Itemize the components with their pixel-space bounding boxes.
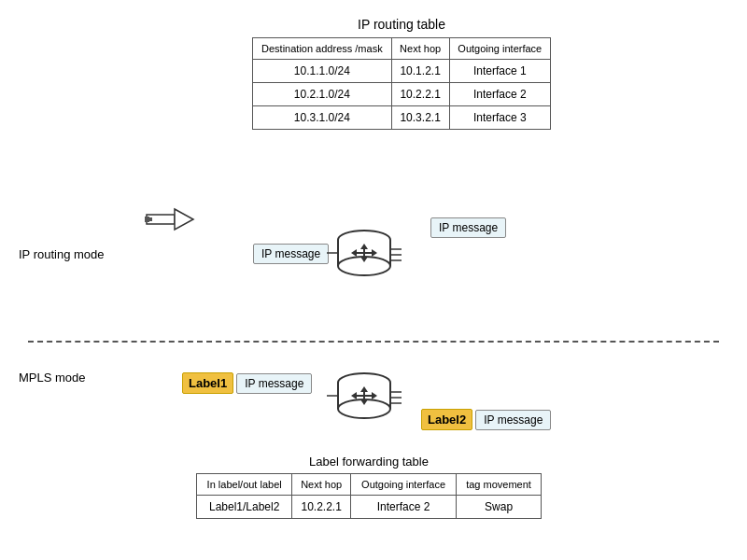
- label2-box: Label2: [421, 409, 472, 430]
- lft-table-row: Label1/Label2 10.2.2.1 Interface 2 Swap: [197, 496, 542, 519]
- ip-routing-table-section: IP routing table Destination address /ma…: [252, 17, 551, 130]
- lft-col-tagmov: tag movement: [457, 474, 542, 496]
- ip-msg-box-mpls-out: IP message: [475, 410, 551, 430]
- ip-msg-box-incoming: IP message: [253, 244, 329, 264]
- table-row: 10.2.1.0/24 10.2.2.1 Interface 2: [253, 83, 551, 106]
- svg-rect-2: [145, 217, 149, 222]
- ip-message-incoming: IP message: [253, 244, 329, 264]
- table-row: 10.3.1.0/24 10.3.2.1 Interface 3: [253, 106, 551, 130]
- mpls-outgoing-packet: Label2 IP message: [421, 409, 551, 430]
- ip-msg-box-outgoing: IP message: [430, 217, 506, 238]
- arrow-icon: [145, 205, 196, 236]
- routing-table: Destination address /mask Next hop Outgo…: [252, 37, 551, 130]
- col-header-dest: Destination address /mask: [253, 38, 392, 60]
- lft-col-nexthop: Next hop: [292, 474, 351, 496]
- lft-table: In label/out label Next hop Outgoing int…: [196, 473, 542, 519]
- ip-routing-table-title: IP routing table: [252, 17, 551, 32]
- lft-title: Label forwarding table: [196, 455, 542, 469]
- svg-marker-1: [175, 209, 193, 230]
- ip-routing-mode-label: IP routing mode: [19, 247, 105, 261]
- router-mpls-mode: [327, 364, 402, 432]
- mpls-incoming-packet: Label1 IP message: [182, 372, 312, 394]
- col-header-nexthop: Next hop: [391, 38, 449, 60]
- section-divider: [28, 341, 719, 343]
- mpls-mode-label: MPLS mode: [19, 371, 86, 385]
- svg-rect-3: [149, 217, 152, 221]
- ip-message-outgoing: IP message: [430, 217, 506, 238]
- lft-col-outgoing: Outgoing interface: [351, 474, 457, 496]
- label1-box: Label1: [182, 372, 233, 394]
- lft-col-inout: In label/out label: [197, 474, 292, 496]
- ip-msg-box-mpls-in: IP message: [236, 373, 312, 394]
- table-row: 10.1.1.0/24 10.1.2.1 Interface 1: [253, 60, 551, 83]
- label-forwarding-table-section: Label forwarding table In label/out labe…: [196, 455, 542, 519]
- col-header-outgoing: Outgoing interface: [449, 38, 550, 60]
- router-ip-mode: [327, 221, 402, 289]
